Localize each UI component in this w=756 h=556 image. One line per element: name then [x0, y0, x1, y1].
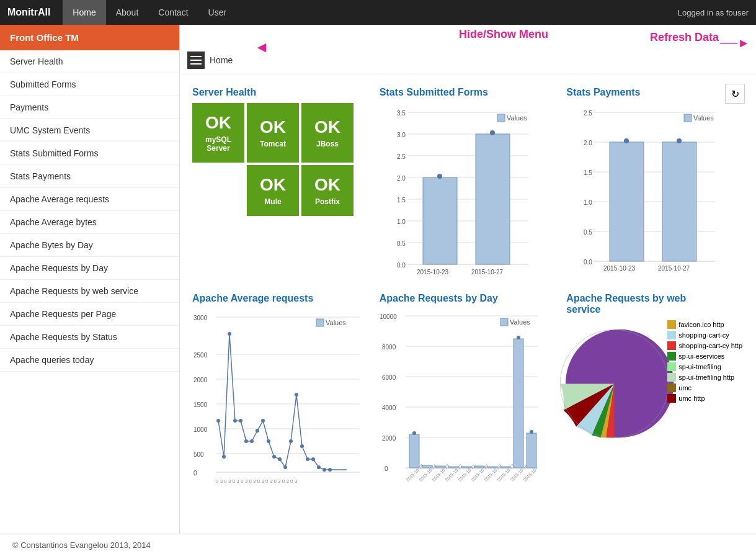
navbar-link-about[interactable]: About: [106, 0, 149, 25]
dot-sp-2: [677, 138, 682, 143]
legend-ssf-box: [497, 114, 505, 122]
legend-item-sp-ui-tmefiling: sp-ui-tmefiling: [667, 362, 742, 371]
health-tile-tomcat: OK Tomcat: [247, 103, 299, 163]
legend-item-umc-http: umc http: [667, 394, 742, 403]
dot-sp-1: [624, 138, 629, 143]
legend-aar-box: [316, 319, 324, 326]
dot-aar-10: [272, 455, 276, 459]
legend-item-sp-ui-eservices: sp-ui-eservices: [667, 352, 742, 361]
hamburger-line-3: [190, 63, 202, 65]
bar-sp-1: [610, 142, 644, 261]
bar-sp-2: [662, 142, 696, 261]
svg-text:1000: 1000: [193, 426, 208, 433]
postfix-ok: OK: [314, 175, 340, 195]
main-content: Hide/Show Menu ◄ Refresh Data ──► Home ↻…: [180, 25, 756, 534]
svg-text:2015-10-27: 2015-10-27: [658, 265, 690, 272]
svg-text:0.0: 0.0: [397, 262, 406, 269]
navbar-link-home[interactable]: Home: [63, 0, 105, 25]
bar-ssf-2: [476, 134, 510, 264]
svg-text:2015-10-23: 2015-10-23: [603, 265, 636, 272]
navbar: MonitrAll Home About Contact User Logged…: [0, 0, 756, 25]
legend-label-shopping-cart-cy: shopping-cart-cy: [678, 331, 729, 339]
legend-label-favicon: favicon.ico http: [678, 321, 724, 328]
sidebar-item-apache-queries-today[interactable]: Apache queries today: [0, 349, 179, 372]
dot-aar-20: [328, 468, 332, 472]
bar-ssf-1: [423, 177, 457, 264]
legend-label-umc-http: umc http: [678, 395, 705, 402]
pie-chart-svg: [566, 320, 662, 444]
apache-requests-by-web-service-title: Apache Requests by webservice: [566, 293, 744, 315]
legend-color-sp-ui-eservices: [667, 352, 676, 361]
legend-color-sp-ui-tmefiling-http: [667, 373, 676, 382]
breadcrumb-home: Home: [210, 55, 233, 65]
legend-aar-text: Values: [326, 319, 346, 326]
svg-text:6000: 6000: [382, 374, 396, 381]
sidebar-item-stats-submitted-forms[interactable]: Stats Submitted Forms: [0, 142, 179, 165]
bar-rbd-0: [409, 434, 419, 468]
legend-rbd-box: [500, 318, 508, 326]
dot-aar-7: [256, 429, 259, 433]
svg-text:2500: 2500: [193, 352, 208, 359]
mysql-name: mySQLServer: [205, 135, 231, 153]
sidebar-item-server-health[interactable]: Server Health: [0, 50, 179, 73]
legend-color-umc: [667, 383, 676, 392]
legend-color-shopping-cart-cy-http: [667, 341, 676, 350]
legend-color-sp-ui-tmefiling: [667, 362, 676, 371]
legend-item-umc: umc: [667, 383, 742, 392]
legend-label-umc: umc: [678, 384, 692, 392]
breadcrumb-bar: Home ↻: [180, 47, 756, 74]
dot-aar-5: [244, 439, 248, 443]
svg-text:3.0: 3.0: [397, 132, 406, 138]
svg-text:1.0: 1.0: [397, 218, 406, 225]
health-tile-mule: OK Mule: [247, 165, 299, 216]
svg-text:0.5: 0.5: [397, 240, 406, 247]
apache-avg-requests-section: Apache Average requests 3000 2500 2000 1…: [187, 288, 375, 494]
dot-aar-9: [267, 439, 270, 443]
legend-color-favicon: [667, 320, 676, 329]
bar-rbd-9: [527, 433, 536, 468]
health-tile-mysql: OK mySQLServer: [192, 103, 244, 163]
refresh-data-annotation: Refresh Data: [650, 31, 719, 44]
health-tile-postfix: OK Postfix: [301, 165, 354, 216]
navbar-links: Home About Contact User: [63, 0, 677, 25]
svg-text:0: 0: [193, 470, 197, 477]
refresh-button[interactable]: ↻: [725, 84, 745, 104]
hamburger-button[interactable]: [187, 52, 205, 69]
mule-name: Mule: [264, 197, 281, 206]
sidebar-item-apache-requests-by-web-service[interactable]: Apache Requests by web service: [0, 280, 179, 303]
navbar-link-user[interactable]: User: [198, 0, 237, 25]
sidebar-item-apache-avg-bytes[interactable]: Apache Average bytes: [0, 211, 179, 234]
sidebar-item-stats-payments[interactable]: Stats Payments: [0, 165, 179, 188]
stats-submitted-forms-title: Stats Submitted Forms: [380, 87, 557, 98]
sidebar-item-apache-bytes-by-day[interactable]: Apache Bytes by Day: [0, 234, 179, 257]
sidebar-item-apache-avg-requests[interactable]: Apache Average requests: [0, 188, 179, 211]
pie-legend: favicon.ico http shopping-cart-cy shoppi…: [667, 320, 742, 405]
sidebar-item-submitted-forms[interactable]: Submitted Forms: [0, 73, 179, 96]
sidebar-item-apache-requests-by-day[interactable]: Apache Requests by Day: [0, 257, 179, 280]
tomcat-ok: OK: [260, 117, 286, 137]
legend-item-shopping-cart-cy: shopping-cart-cy: [667, 331, 742, 339]
dot-rbd-8: [517, 336, 520, 339]
sidebar: Front Office TM Server Health Submitted …: [0, 25, 180, 534]
dot-ssf-1: [437, 174, 442, 179]
legend-label-sp-ui-tmefiling-http: sp-ui-tmefiling http: [678, 374, 734, 381]
navbar-link-contact[interactable]: Contact: [148, 0, 198, 25]
sidebar-item-payments[interactable]: Payments: [0, 96, 179, 119]
jboss-name: JBoss: [316, 140, 339, 148]
legend-label-shopping-cart-cy-http: shopping-cart-cy http: [678, 342, 742, 349]
apache-requests-by-day-section: Apache Requests by Day 10000 8000 6000 4…: [375, 288, 562, 494]
sidebar-item-apache-requests-by-status[interactable]: Apache Requests by Status: [0, 326, 179, 349]
dot-aar-15: [300, 444, 304, 448]
mule-ok: OK: [260, 175, 286, 195]
apache-avg-requests-chart: 3000 2500 2000 1500 1000 500 0: [192, 309, 370, 489]
legend-rbd-text: Values: [510, 318, 530, 326]
svg-text:4000: 4000: [382, 405, 396, 411]
server-health-title: Server Health: [192, 87, 370, 98]
stats-payments-chart: 2.5 2.0 1.5 1.0 0.5 0.0: [566, 103, 744, 283]
sidebar-item-apache-requests-per-page[interactable]: Apache Requests per Page: [0, 303, 179, 326]
sidebar-item-umc-system-events[interactable]: UMC System Events: [0, 119, 179, 142]
dot-aar-4: [239, 419, 242, 423]
svg-text:0.0: 0.0: [584, 259, 592, 266]
dashboard-grid: Server Health OK mySQLServer OK Tomcat O…: [180, 74, 756, 501]
stats-submitted-forms-svg: 3.5 3.0 2.5 2.0 1.5 1.0 0.5 0.0: [380, 103, 535, 277]
